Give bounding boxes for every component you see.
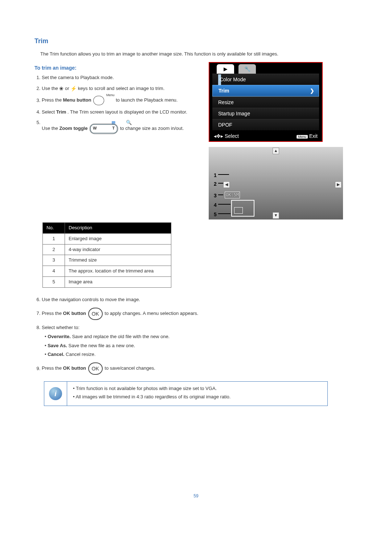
step-4-text-c: . The Trim screen layout is displayed on…	[68, 109, 187, 115]
diag-line-4	[218, 204, 230, 205]
table-cell-no: 1	[43, 233, 65, 244]
diag-line-2	[218, 183, 223, 184]
step-4-text-a: Select	[42, 109, 56, 115]
zoom-w-label: W	[93, 126, 97, 131]
step-8-saveas: Save As. Save the new file as a new one.	[45, 342, 358, 349]
step-2-text-a: Use the	[42, 86, 59, 91]
arrow-up-icon: ▲	[273, 148, 279, 154]
step-4: Select Trim . The Trim screen layout is …	[42, 109, 201, 116]
step-2-text-b: or	[65, 86, 70, 91]
step-1: Set the camera to Playback mode.	[42, 74, 201, 81]
bolt-icon: ⚡	[70, 86, 77, 91]
area-box-icon	[231, 200, 254, 217]
step-8-1-bold: Overwrite.	[48, 334, 71, 339]
table-cell-desc: Image area	[65, 277, 171, 288]
nav-arrows-icon: ◂✥▸	[214, 133, 223, 139]
menu-label-2: Resize	[218, 97, 234, 108]
step-9: Press the OK button OK to save/cancel ch…	[42, 362, 358, 375]
step-5-bold: Zoom toggle	[59, 126, 87, 131]
diag-line-3	[218, 194, 223, 195]
menu-item-startup: Startup Image	[212, 108, 319, 119]
step-7-text-a: Press the	[42, 311, 63, 316]
step-3-text-a: Press the	[42, 98, 63, 103]
diag-num-1: 1	[214, 172, 217, 179]
zoom-t-label: T	[112, 126, 115, 131]
step-9-text-c: to save/cancel changes.	[105, 366, 155, 371]
table-cell-desc: Enlarged image	[65, 233, 171, 244]
step-8-3-text: Cancel resize.	[64, 352, 95, 357]
step-3-text-c: to launch the Playback menu.	[116, 98, 178, 103]
note-box: i Trim function is not available for pho…	[44, 381, 328, 406]
table-cell-desc: Trimmed size	[65, 255, 171, 266]
arrow-right-icon: ▶	[335, 181, 342, 188]
table-row: 1Enlarged image	[43, 233, 171, 244]
step-2-text-c: keys to scroll and select an image to tr…	[78, 86, 164, 91]
steps-list: Set the camera to Playback mode. Use the…	[34, 74, 201, 134]
step-3-bold: Menu button	[63, 98, 91, 103]
menu-superscript: Menu	[106, 93, 115, 97]
diag-num-5: 5	[214, 211, 217, 218]
menu-label-3: Startup Image	[218, 108, 250, 119]
step-8-3-bold: Cancel.	[48, 352, 64, 357]
step-5-text-a: Use the	[42, 126, 59, 131]
table-cell-desc: The approx. location of the trimmed area	[65, 266, 171, 277]
camera-menu-screenshot: ▶ 🔧 Color Mode Trim ❯ Resize Star	[209, 62, 323, 142]
table-cell-no: 5	[43, 277, 65, 288]
step-8-text: Select whether to:	[42, 325, 79, 330]
section-title: Trim	[34, 36, 358, 46]
flower-icon: ❀	[59, 86, 64, 91]
ok-button-icon: OK	[88, 362, 103, 375]
table-head-no: No.	[43, 222, 65, 233]
footer-exit-label: Exit	[309, 133, 318, 139]
arrow-left-icon: ◀	[223, 181, 230, 188]
table-row: 24-way indicator	[43, 244, 171, 255]
step-8-2-text: Save the new file as a new one.	[67, 343, 135, 348]
table-cell-desc: 4-way indicator	[65, 244, 171, 255]
step-5: ▦ 🔍 Use the Zoom toggle W T to change si…	[42, 119, 201, 134]
table-row: 5Image area	[43, 277, 171, 288]
diag-num-4: 4	[214, 201, 217, 209]
info-icon: i	[49, 387, 62, 400]
note-line-1: Trim function is not available for photo…	[73, 385, 230, 392]
diag-line-5	[218, 213, 230, 214]
footer-select-label: Select	[225, 133, 239, 139]
menu-label-1: Trim	[219, 85, 229, 96]
arrow-down-icon: ▼	[273, 212, 279, 219]
menu-button-icon	[93, 96, 104, 105]
menu-item-dpof: DPOF	[212, 119, 319, 130]
step-8-1-text: Save and replace the old file with the n…	[71, 334, 170, 339]
ok-size-label: OK:5M	[225, 192, 240, 198]
step-9-bold: OK button	[63, 366, 86, 371]
trim-diagram: ▲ ▼ ◀ ▶ 1 2 3 OK:5M 4 5	[209, 147, 343, 219]
subhead: To trim an image:	[34, 64, 201, 71]
table-cell-no: 4	[43, 266, 65, 277]
magnifier-icon: 🔍	[126, 120, 132, 125]
step-6: Use the navigation controls to move the …	[42, 296, 358, 303]
step-5-text-c: to change size as zoom in/out.	[120, 126, 184, 131]
table-cell-no: 2	[43, 244, 65, 255]
menu-item-resize: Resize	[212, 97, 319, 108]
menu-label-4: DPOF	[218, 119, 232, 130]
ok-button-icon: OK	[88, 308, 103, 320]
menu-label-0: Color Mode	[220, 77, 246, 82]
table-row: 3Trimmed size	[43, 255, 171, 266]
table-row: 4The approx. location of the trimmed are…	[43, 266, 171, 277]
description-table: No. Description 1Enlarged image 24-way i…	[42, 222, 171, 288]
menu-item-colormode: Color Mode	[212, 74, 319, 85]
step-8-2-bold: Save As.	[48, 343, 67, 348]
menu-chip: Menu	[297, 135, 308, 139]
step-8: Select whether to: Overwrite. Save and r…	[42, 324, 358, 358]
steps-list-continued: Use the navigation controls to move the …	[34, 296, 358, 375]
table-cell-no: 3	[43, 255, 65, 266]
step-8-overwrite: Overwrite. Save and replace the old file…	[45, 333, 358, 340]
step-8-cancel: Cancel. Cancel resize.	[45, 351, 358, 358]
play-tab-icon: ▶	[217, 64, 234, 74]
table-head-desc: Description	[65, 222, 171, 233]
step-4-bold: Trim	[56, 109, 66, 115]
diag-num-3: 3	[214, 192, 217, 199]
note-line-2: All images will be trimmed in 4:3 ratio …	[73, 394, 230, 401]
diag-num-2: 2	[214, 180, 217, 188]
step-2: Use the ❀ or ⚡ keys to scroll and select…	[42, 85, 201, 92]
zoom-toggle-icon: W T	[90, 124, 118, 134]
step-7-bold: OK button	[63, 311, 86, 316]
